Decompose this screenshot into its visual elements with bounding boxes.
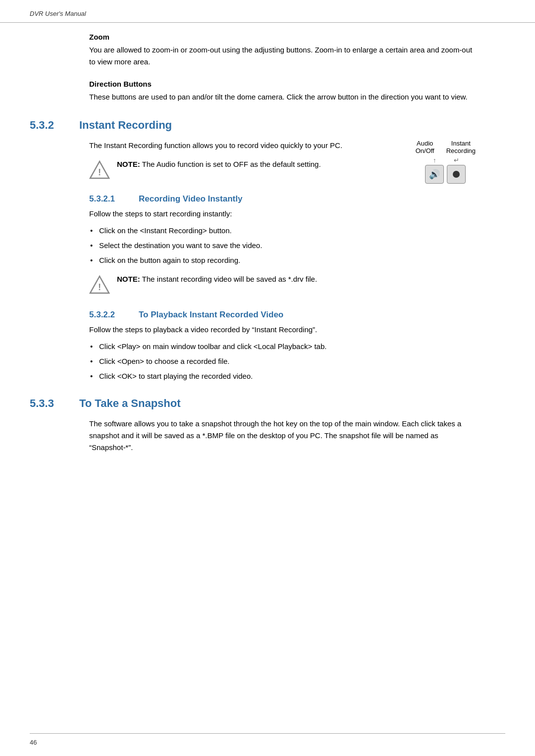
section-5322-intro: Follow the steps to playback a video rec… [89,324,476,336]
bullet-5322-2: Click <Open> to choose a recorded file. [89,355,476,367]
note-box-5321: ! NOTE: The instant recording video will… [89,273,476,295]
ir-flex-container: The Instant Recording function allows yo… [89,140,476,187]
bullet-5322-3: Click <OK> to start playing the recorded… [89,370,476,382]
section-5321-intro: Follow the steps to start recording inst… [89,208,476,220]
note-box-532: ! NOTE: The Audio function is set to OFF… [89,158,396,180]
zoom-section: Zoom You are allowed to zoom-in or zoom-… [89,33,476,103]
zoom-title: Zoom [89,33,476,41]
svg-text:!: ! [98,167,101,177]
ir-buttons-row: 🔊 [416,165,476,184]
section-5321-number: 5.3.2.1 [89,194,139,204]
audio-button-icon: 🔊 [425,165,444,184]
section-5321-header: 5.3.2.1 Recording Video Instantly [89,194,476,204]
note-532-text: NOTE: The Audio function is set to OFF a… [117,158,321,170]
ir-image-area: Audio On/Off Instant Recording ↑ ↵ [416,140,476,184]
bullet-5321-3: Click on the button again to stop record… [89,254,476,266]
note-5321-label: NOTE: [117,275,140,283]
record-button-icon [447,165,466,184]
warning-icon: ! [89,159,110,180]
warning-icon-5321: ! [89,274,110,295]
note-532-body: The Audio function is set to OFF as the … [142,160,321,168]
section-5322-title: To Playback Instant Recorded Video [139,310,283,320]
bullet-5322-1: Click <Play> on main window toolbar and … [89,341,476,353]
section-533-body: The software allows you to take a snapsh… [89,418,476,454]
label-instant: Instant Recording [446,140,476,154]
note-5321-body: The instant recording video will be save… [142,275,318,283]
arrow-indicators: ↑ ↵ [416,156,476,164]
section-532: 5.3.2 Instant Recording The Instant Reco… [30,119,505,382]
section-533-content: The software allows you to take a snapsh… [89,418,476,454]
section-5322-bullets: Click <Play> on main window toolbar and … [89,341,476,382]
page-footer: 46 [30,733,505,746]
section-532-number: 5.3.2 [30,119,79,132]
section-5321-title: Recording Video Instantly [139,194,242,204]
section-5322-header: 5.3.2.2 To Playback Instant Recorded Vid… [89,310,476,320]
page-number: 46 [30,739,37,746]
label-audio: Audio On/Off [416,140,434,154]
section-533-header: 5.3.3 To Take a Snapshot [30,397,505,410]
section-5322: 5.3.2.2 To Playback Instant Recorded Vid… [89,310,476,382]
note-532-label: NOTE: [117,160,140,168]
record-dot [453,171,460,178]
ir-image-labels: Audio On/Off Instant Recording [416,140,476,154]
bullet-5321-1: Click on the <Instant Recording> button. [89,225,476,237]
section-533: 5.3.3 To Take a Snapshot The software al… [30,397,505,454]
bullet-5321-2: Select the destination you want to save … [89,240,476,252]
page-header: DVR User's Manual [0,0,535,23]
main-content: Zoom You are allowed to zoom-in or zoom-… [0,23,535,488]
section-533-title: To Take a Snapshot [79,397,181,410]
section-532-header: 5.3.2 Instant Recording [30,119,505,132]
note-5321-text: NOTE: The instant recording video will b… [117,273,317,285]
arrow-record: ↵ [447,156,466,164]
section-532-content: The Instant Recording function allows yo… [89,140,476,382]
section-532-desc: The Instant Recording function allows yo… [89,140,396,151]
page-container: DVR User's Manual Zoom You are allowed t… [0,0,535,756]
svg-text:!: ! [98,282,101,292]
ir-description: The Instant Recording function allows yo… [89,140,396,187]
section-5321: 5.3.2.1 Recording Video Instantly Follow… [89,194,476,295]
header-title: DVR User's Manual [30,10,86,17]
section-5322-number: 5.3.2.2 [89,310,139,320]
section-532-title: Instant Recording [79,119,172,132]
direction-title: Direction Buttons [89,80,476,88]
zoom-body: You are allowed to zoom-in or zoom-out u… [89,44,476,68]
section-5321-bullets: Click on the <Instant Recording> button.… [89,225,476,266]
direction-body: These buttons are used to pan and/or til… [89,91,476,103]
section-533-number: 5.3.3 [30,397,79,410]
arrow-audio: ↑ [425,156,444,164]
